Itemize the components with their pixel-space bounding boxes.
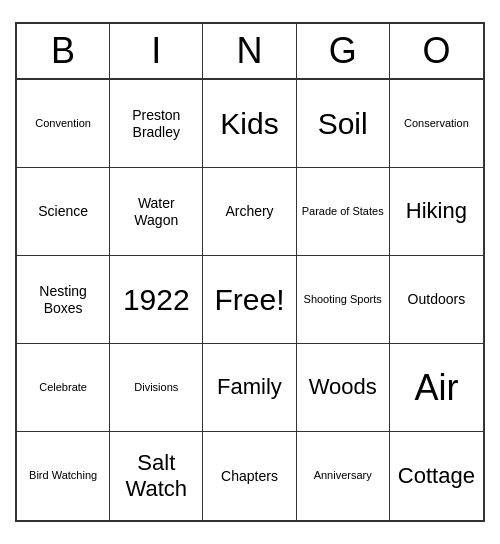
cell-text-8: Parade of States xyxy=(302,205,384,218)
bingo-cell-6: Water Wagon xyxy=(110,168,203,256)
bingo-card: BINGO ConventionPreston BradleyKidsSoilC… xyxy=(15,22,485,522)
cell-text-13: Shooting Sports xyxy=(304,293,382,306)
bingo-grid: ConventionPreston BradleyKidsSoilConserv… xyxy=(17,80,483,520)
bingo-cell-21: Salt Watch xyxy=(110,432,203,520)
bingo-cell-10: Nesting Boxes xyxy=(17,256,110,344)
bingo-cell-5: Science xyxy=(17,168,110,256)
cell-text-10: Nesting Boxes xyxy=(21,283,105,317)
bingo-cell-0: Convention xyxy=(17,80,110,168)
cell-text-24: Cottage xyxy=(398,463,475,489)
header-letter-n: N xyxy=(203,24,296,78)
bingo-cell-24: Cottage xyxy=(390,432,483,520)
bingo-cell-12: Free! xyxy=(203,256,296,344)
cell-text-5: Science xyxy=(38,203,88,220)
cell-text-14: Outdoors xyxy=(408,291,466,308)
cell-text-21: Salt Watch xyxy=(114,450,198,503)
header-letter-o: O xyxy=(390,24,483,78)
cell-text-11: 1922 xyxy=(123,282,190,318)
bingo-cell-20: Bird Watching xyxy=(17,432,110,520)
cell-text-16: Divisions xyxy=(134,381,178,394)
cell-text-17: Family xyxy=(217,374,282,400)
bingo-cell-2: Kids xyxy=(203,80,296,168)
cell-text-15: Celebrate xyxy=(39,381,87,394)
cell-text-23: Anniversary xyxy=(314,469,372,482)
bingo-cell-14: Outdoors xyxy=(390,256,483,344)
bingo-cell-7: Archery xyxy=(203,168,296,256)
bingo-cell-16: Divisions xyxy=(110,344,203,432)
bingo-cell-3: Soil xyxy=(297,80,390,168)
cell-text-12: Free! xyxy=(214,282,284,318)
bingo-cell-4: Conservation xyxy=(390,80,483,168)
bingo-header: BINGO xyxy=(17,24,483,80)
bingo-cell-9: Hiking xyxy=(390,168,483,256)
bingo-cell-22: Chapters xyxy=(203,432,296,520)
bingo-cell-11: 1922 xyxy=(110,256,203,344)
header-letter-g: G xyxy=(297,24,390,78)
cell-text-19: Air xyxy=(414,366,458,409)
cell-text-9: Hiking xyxy=(406,198,467,224)
cell-text-3: Soil xyxy=(318,106,368,142)
bingo-cell-17: Family xyxy=(203,344,296,432)
bingo-cell-15: Celebrate xyxy=(17,344,110,432)
cell-text-2: Kids xyxy=(220,106,278,142)
cell-text-4: Conservation xyxy=(404,117,469,130)
bingo-cell-1: Preston Bradley xyxy=(110,80,203,168)
bingo-cell-18: Woods xyxy=(297,344,390,432)
cell-text-7: Archery xyxy=(225,203,273,220)
header-letter-b: B xyxy=(17,24,110,78)
bingo-cell-19: Air xyxy=(390,344,483,432)
bingo-cell-8: Parade of States xyxy=(297,168,390,256)
cell-text-0: Convention xyxy=(35,117,91,130)
bingo-cell-13: Shooting Sports xyxy=(297,256,390,344)
cell-text-20: Bird Watching xyxy=(29,469,97,482)
cell-text-6: Water Wagon xyxy=(114,195,198,229)
header-letter-i: I xyxy=(110,24,203,78)
cell-text-18: Woods xyxy=(309,374,377,400)
cell-text-1: Preston Bradley xyxy=(114,107,198,141)
cell-text-22: Chapters xyxy=(221,468,278,485)
bingo-cell-23: Anniversary xyxy=(297,432,390,520)
